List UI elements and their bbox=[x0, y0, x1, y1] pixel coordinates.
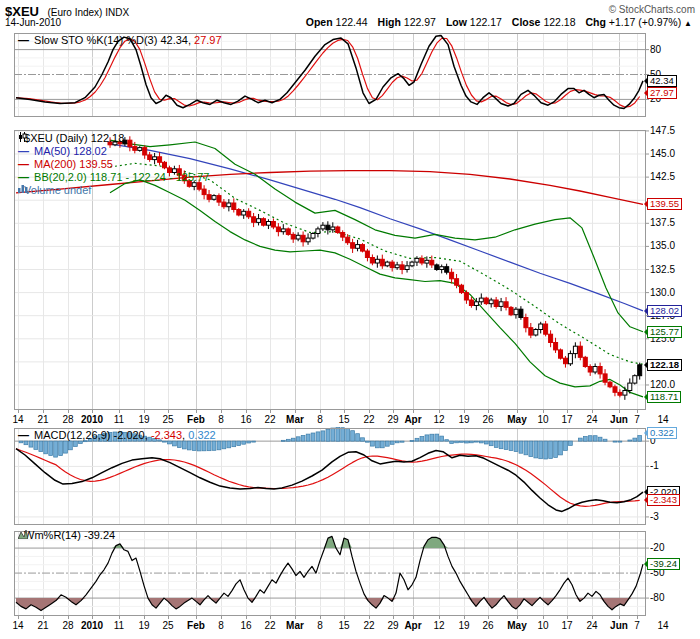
stockcharts-page: $XEU (Euro Index) INDX © StockCharts.com… bbox=[0, 0, 700, 639]
axis-ticks bbox=[0, 0, 700, 639]
